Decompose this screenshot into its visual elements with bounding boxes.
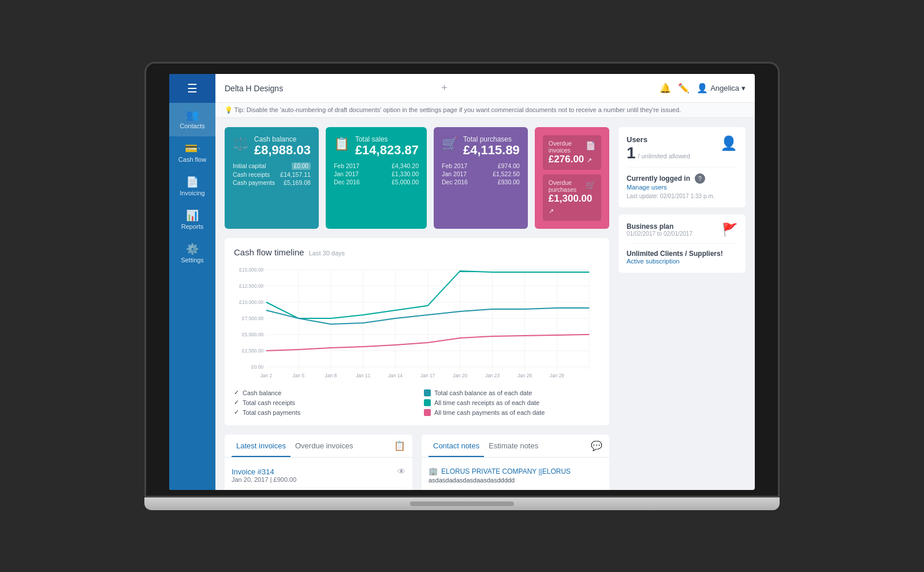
topbar-icons: 🔔 ✏️ 👤 Angelica ▾ [660, 83, 746, 94]
notes-panel-body: 🏢 ELORUS PRIVATE COMPANY ||ELORUS asdasd… [422, 458, 609, 490]
users-widget-icon: 👤 [720, 135, 737, 151]
chart-svg: £15,000.00 £12,500.00 £10,000.00 £7,500.… [234, 264, 600, 380]
legend-cash-receipts-label: Total cash receipts [243, 399, 295, 406]
overdue-card: 📄 Overdue invoices £276.00 ↗ 🛒 Overdue p… [535, 127, 609, 229]
settings-icon: ⚙️ [186, 244, 199, 254]
overdue-purchases-value: £1,300.00 ↗ [549, 193, 595, 216]
logged-in-badge: ? [695, 173, 705, 184]
legend-cash-receipts: ✓ Total cash receipts [234, 399, 410, 406]
chart-title: Cash flow timeline [234, 247, 304, 257]
company-icon: 🏢 [429, 467, 438, 476]
contacts-icon: 👥 [186, 110, 199, 120]
business-plan-title: Business plan [627, 222, 692, 231]
invoices-panel-icon: 📋 [394, 434, 405, 457]
note-elorus-text: asdasdadasdasdaasdasddddd [429, 477, 602, 484]
sales-jan-label: Jan 2017 [334, 170, 359, 177]
sidebar-item-settings[interactable]: ⚙️ Settings [169, 237, 215, 270]
purchases-row-jan: Jan 2017 £1,522.50 [442, 170, 520, 178]
user-avatar-icon: 👤 [696, 83, 708, 94]
sidebar-item-cashflow[interactable]: 💳 › Cash flow [169, 136, 215, 170]
svg-text:£7,500.00: £7,500.00 [242, 315, 263, 321]
sidebar-item-reports[interactable]: 📊 Reports [169, 203, 215, 237]
laptop-screen: ☰ 👥 Contacts 💳 › Cash flow 📄 [144, 62, 780, 497]
topbar-title: Delta H Designs [225, 84, 437, 93]
invoice-314-row: Invoice #314 👁 [232, 467, 405, 476]
purchases-icon: 🛒 [442, 136, 457, 151]
balance-icon: ⚖️ [233, 136, 248, 151]
svg-text:£15,000.00: £15,000.00 [239, 267, 263, 273]
legend-total-balance: Total cash balance as of each date [424, 389, 600, 396]
user-menu[interactable]: 👤 Angelica ▾ [696, 83, 746, 94]
invoices-panel: Latest invoices Overdue invoices 📋 [225, 434, 412, 490]
cashflow-arrow: › [199, 146, 200, 151]
svg-text:Jan 17: Jan 17 [420, 373, 435, 378]
overdue-invoices-label: Overdue invoices [549, 140, 595, 154]
active-subscription-link[interactable]: Active subscription [627, 258, 737, 265]
add-tab-button[interactable]: + [441, 82, 448, 94]
sales-row-feb: Feb 2017 £4,340.20 [334, 162, 419, 170]
notes-panel: Contact notes Estimate notes 💬 � [422, 434, 609, 490]
receipts-label: Cash receipts [233, 171, 270, 178]
svg-text:£12,500.00: £12,500.00 [239, 283, 263, 289]
business-header: Business plan 01/02/2017 to 02/01/2017 🚩 [627, 222, 737, 237]
overdue-purchases-label: Overdue purchases [549, 179, 595, 193]
laptop-base [144, 497, 780, 510]
pen-icon[interactable]: ✏️ [678, 83, 690, 94]
svg-text:Jan 14: Jan 14 [388, 373, 403, 378]
svg-text:Jan 8: Jan 8 [325, 373, 337, 378]
tab-estimate-notes[interactable]: Estimate notes [484, 436, 543, 457]
legend-alltime-payments-label: All time cash payments as of each date [434, 409, 545, 416]
svg-text:£10,000.00: £10,000.00 [239, 299, 263, 305]
purchases-row-feb: Feb 2017 £974.00 [442, 162, 520, 170]
sales-dec-label: Dec 2016 [334, 179, 360, 185]
legend-alltime-payments-dot [424, 409, 431, 416]
content-main: ⚖️ Cash balance £8,988.03 Initial [225, 127, 609, 481]
invoice-314-link[interactable]: Invoice #314 [232, 467, 274, 476]
content-area: ⚖️ Cash balance £8,988.03 Initial [215, 118, 755, 490]
invoice-314-eye[interactable]: 👁 [397, 467, 405, 476]
chart-section: Cash flow timeline Last 30 days [225, 238, 609, 425]
chart-legend: ✓ Cash balance Total cash balance as of … [234, 389, 600, 416]
invoice-item: Invoice #314 👁 Jan 20, 2017 | £900.00 [232, 462, 405, 488]
purchases-feb-label: Feb 2017 [442, 162, 467, 169]
cash-row-receipts: Cash receipts £14,157.11 [233, 170, 311, 179]
cash-balance-rows: Initial capital £0.00 Cash receipts £14,… [233, 162, 311, 187]
svg-text:Jan 29: Jan 29 [550, 373, 564, 378]
purchases-dec-label: Dec 2016 [442, 179, 468, 185]
total-purchases-rows: Feb 2017 £974.00 Jan 2017 £1,522.50 [442, 162, 520, 186]
sidebar: ☰ 👥 Contacts 💳 › Cash flow 📄 [169, 74, 215, 490]
tab-contact-notes[interactable]: Contact notes [429, 436, 484, 457]
invoice-item: Invoice #315 👁 Jan 1, 2017 | £696.00 [232, 488, 405, 490]
note-item: 👤 Michael Jagger Not responding to calls… [429, 489, 602, 490]
tip-bar: 💡 Tip: Disable the 'auto-numbering of dr… [215, 103, 755, 118]
business-plan-widget: Business plan 01/02/2017 to 02/01/2017 🚩… [619, 214, 746, 273]
svg-text:Jan 23: Jan 23 [485, 373, 500, 378]
note-item: 🏢 ELORUS PRIVATE COMPANY ||ELORUS asdasd… [429, 462, 602, 489]
payments-label: Cash payments [233, 179, 275, 186]
legend-cash-balance-label: Cash balance [243, 389, 281, 396]
tab-overdue-invoices[interactable]: Overdue invoices [290, 436, 357, 457]
purchases-dec-value: £930.00 [498, 179, 520, 185]
svg-text:Jan 5: Jan 5 [293, 373, 305, 378]
total-sales-label: Total sales [355, 135, 419, 143]
sidebar-item-invoicing[interactable]: 📄 Invoicing [169, 170, 215, 203]
sidebar-logo[interactable]: ☰ [169, 74, 215, 103]
overdue-invoices-sub: 📄 Overdue invoices £276.00 ↗ [543, 135, 601, 170]
fire-icon[interactable]: 🔔 [660, 83, 671, 94]
legend-cash-payments-label: Total cash payments [243, 409, 300, 416]
topbar: Delta H Designs + 🔔 ✏️ 👤 Angelica ▾ [215, 74, 755, 103]
reports-icon: 📊 [186, 210, 199, 221]
svg-text:Jan 26: Jan 26 [517, 373, 532, 378]
purchases-feb-value: £974.00 [498, 162, 520, 169]
tab-latest-invoices[interactable]: Latest invoices [232, 436, 290, 457]
sales-feb-value: £4,340.20 [392, 162, 419, 169]
legend-alltime-receipts: All time cash receipts as of each date [424, 399, 600, 406]
manage-users-link[interactable]: Manage users [627, 184, 737, 191]
invoices-tabs: Latest invoices Overdue invoices 📋 [225, 434, 412, 458]
sidebar-item-contacts[interactable]: 👥 Contacts [169, 103, 215, 136]
main-area: Delta H Designs + 🔔 ✏️ 👤 Angelica ▾ [215, 74, 755, 490]
bottom-panels: Latest invoices Overdue invoices 📋 [225, 434, 609, 490]
sales-row-jan: Jan 2017 £1,330.00 [334, 170, 419, 178]
user-label: Angelica [710, 84, 739, 92]
purchases-jan-label: Jan 2017 [442, 170, 467, 177]
